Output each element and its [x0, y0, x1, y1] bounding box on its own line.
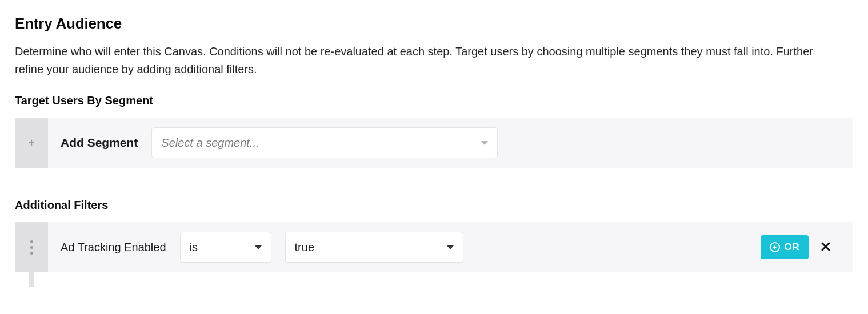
filter-operator-value: is	[190, 241, 198, 254]
segment-select[interactable]: Select a segment...	[151, 127, 498, 158]
filter-attribute-label: Ad Tracking Enabled	[61, 241, 166, 254]
add-or-button[interactable]: + OR	[761, 235, 809, 259]
or-button-label: OR	[785, 241, 800, 253]
close-icon	[821, 242, 830, 251]
filters-heading: Additional Filters	[15, 199, 853, 212]
section-title: Entry Audience	[15, 15, 853, 33]
add-segment-row: + Add Segment Select a segment...	[15, 118, 853, 168]
chevron-down-icon	[255, 245, 262, 249]
add-segment-label: Add Segment	[61, 136, 138, 150]
add-segment-handle[interactable]: +	[15, 118, 48, 168]
segments-heading: Target Users By Segment	[15, 94, 853, 107]
chevron-down-icon	[481, 141, 488, 145]
filter-connector	[29, 272, 34, 287]
plus-icon: +	[28, 136, 35, 150]
filter-value-text: true	[295, 241, 314, 254]
filter-drag-handle[interactable]	[15, 222, 48, 272]
remove-filter-button[interactable]	[821, 240, 830, 255]
filter-value-select[interactable]: true	[285, 232, 463, 263]
section-description: Determine who will enter this Canvas. Co…	[15, 43, 838, 78]
plus-circle-icon: +	[770, 242, 780, 252]
chevron-down-icon	[447, 245, 454, 249]
drag-handle-icon	[30, 240, 33, 255]
segment-select-placeholder: Select a segment...	[161, 136, 259, 150]
filter-operator-select[interactable]: is	[180, 232, 271, 263]
filter-row: Ad Tracking Enabled is true + OR	[15, 222, 853, 272]
